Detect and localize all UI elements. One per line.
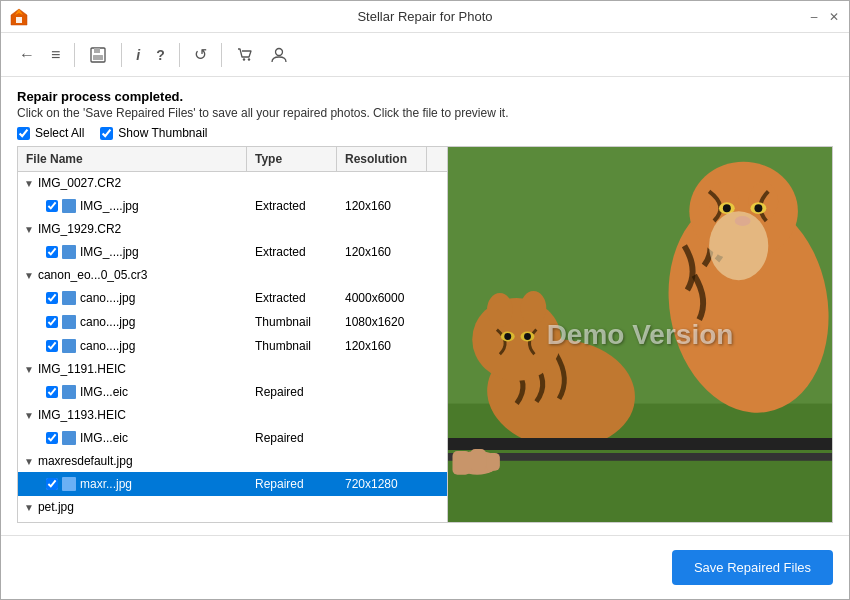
group-name: IMG_1191.HEIC — [38, 362, 126, 376]
list-item[interactable]: ▼ IMG_1929.CR2 — [18, 218, 447, 240]
user-button[interactable] — [264, 42, 294, 68]
col-filename: File Name — [18, 147, 247, 171]
file-checkbox[interactable] — [46, 340, 58, 352]
file-list[interactable]: ▼ IMG_0027.CR2 IMG_....jpg Extracted 120… — [18, 172, 447, 522]
file-type-cell: Thumbnail — [247, 313, 337, 331]
svg-point-23 — [487, 293, 513, 327]
preview-panel[interactable]: Demo Version — [448, 147, 832, 522]
file-icon — [62, 315, 76, 329]
app-icon — [9, 7, 29, 27]
separator-4 — [221, 43, 222, 67]
svg-point-18 — [754, 204, 762, 212]
save-icon-button[interactable] — [83, 42, 113, 68]
main-window: Stellar Repair for Photo – ✕ ← ≡ i ? ↺ — [0, 0, 850, 600]
chevron-down-icon: ▼ — [24, 178, 34, 189]
file-checkbox[interactable] — [46, 478, 58, 490]
list-item[interactable]: ▼ canon_eo...0_05.cr3 — [18, 264, 447, 286]
cart-button[interactable] — [230, 42, 260, 68]
svg-point-28 — [524, 333, 531, 340]
file-res-cell: 1080x1620 — [337, 313, 427, 331]
list-item[interactable]: cano....jpg Extracted 4000x6000 — [18, 286, 447, 310]
list-item[interactable]: cano....jpg Thumbnail 120x160 — [18, 334, 447, 358]
refresh-button[interactable]: ↺ — [188, 41, 213, 68]
file-name-cell: IMG_....jpg — [18, 243, 247, 261]
svg-rect-5 — [93, 55, 103, 60]
list-item[interactable]: IMG_....jpg Extracted 120x160 — [18, 194, 447, 218]
back-button[interactable]: ← — [13, 42, 41, 68]
file-name: IMG_....jpg — [80, 199, 139, 213]
list-item[interactable]: IMG...eic Repaired — [18, 426, 447, 450]
file-name: cano....jpg — [80, 291, 135, 305]
file-icon — [62, 291, 76, 305]
file-checkbox[interactable] — [46, 432, 58, 444]
chevron-down-icon: ▼ — [24, 410, 34, 421]
file-icon — [62, 339, 76, 353]
group-name: pet.jpg — [38, 500, 74, 514]
list-item[interactable]: ▼ IMG_1193.HEIC — [18, 404, 447, 426]
list-item[interactable]: maxr...jpg Repaired 720x1280 — [18, 472, 447, 496]
file-res-cell: 120x160 — [337, 197, 427, 215]
list-item[interactable]: cano....jpg Thumbnail 1080x1620 — [18, 310, 447, 334]
file-name: IMG...eic — [80, 431, 128, 445]
file-name-cell: cano....jpg — [18, 289, 247, 307]
svg-rect-34 — [486, 453, 500, 471]
file-icon — [62, 431, 76, 445]
status-message: Repair process completed. Click on the '… — [17, 89, 833, 120]
select-all-checkbox[interactable] — [17, 127, 30, 140]
list-item[interactable]: ▼ maxresdefault.jpg — [18, 450, 447, 472]
file-type-cell: Repaired — [247, 429, 337, 447]
menu-button[interactable]: ≡ — [45, 42, 66, 68]
file-panel: File Name Type Resolution ▼ IMG_0027.CR2 — [18, 147, 448, 522]
col-scroll — [427, 147, 447, 171]
file-icon — [62, 385, 76, 399]
save-repaired-files-button[interactable]: Save Repaired Files — [672, 550, 833, 585]
svg-rect-33 — [470, 449, 486, 471]
show-thumbnail-checkbox[interactable] — [100, 127, 113, 140]
file-name: IMG_....jpg — [80, 245, 139, 259]
col-resolution: Resolution — [337, 147, 427, 171]
status-bold: Repair process completed. — [17, 89, 833, 104]
list-item[interactable]: IMG_....jpg Extracted 120x160 — [18, 240, 447, 264]
file-res-cell: 120x160 — [337, 243, 427, 261]
group-name: IMG_1929.CR2 — [38, 222, 121, 236]
svg-point-27 — [504, 333, 511, 340]
show-thumbnail-label[interactable]: Show Thumbnail — [100, 126, 207, 140]
chevron-down-icon: ▼ — [24, 270, 34, 281]
list-item[interactable]: ▼ pet.jpg — [18, 496, 447, 518]
svg-rect-29 — [448, 438, 832, 450]
close-button[interactable]: ✕ — [827, 10, 841, 24]
main-area: File Name Type Resolution ▼ IMG_0027.CR2 — [17, 146, 833, 523]
svg-rect-30 — [448, 453, 832, 461]
select-all-label[interactable]: Select All — [17, 126, 84, 140]
list-item[interactable]: IMG...eic Repaired — [18, 380, 447, 404]
preview-image — [448, 147, 832, 522]
list-item[interactable]: ▼ IMG_0027.CR2 — [18, 172, 447, 194]
col-type: Type — [247, 147, 337, 171]
file-checkbox[interactable] — [46, 246, 58, 258]
svg-point-17 — [723, 204, 731, 212]
separator-2 — [121, 43, 122, 67]
title-bar: Stellar Repair for Photo – ✕ — [1, 1, 849, 33]
status-sub: Click on the 'Save Repaired Files' to sa… — [17, 106, 833, 120]
group-name: IMG_1193.HEIC — [38, 408, 126, 422]
file-name-cell: cano....jpg — [18, 313, 247, 331]
file-type-cell: Repaired — [247, 383, 337, 401]
list-item[interactable]: ▼ IMG_1191.HEIC — [18, 358, 447, 380]
svg-point-24 — [521, 291, 547, 325]
svg-point-6 — [243, 58, 245, 60]
svg-point-20 — [709, 211, 768, 280]
file-checkbox[interactable] — [46, 316, 58, 328]
info-button[interactable]: i — [130, 43, 146, 67]
minimize-button[interactable]: – — [807, 10, 821, 24]
chevron-down-icon: ▼ — [24, 224, 34, 235]
window-title: Stellar Repair for Photo — [357, 9, 492, 24]
file-checkbox[interactable] — [46, 292, 58, 304]
svg-rect-4 — [94, 48, 100, 53]
save-toolbar-icon — [89, 46, 107, 64]
file-checkbox[interactable] — [46, 386, 58, 398]
help-button[interactable]: ? — [150, 43, 171, 67]
file-name: cano....jpg — [80, 339, 135, 353]
file-checkbox[interactable] — [46, 200, 58, 212]
file-res-cell — [337, 436, 427, 440]
bottom-bar: Save Repaired Files — [1, 535, 849, 599]
